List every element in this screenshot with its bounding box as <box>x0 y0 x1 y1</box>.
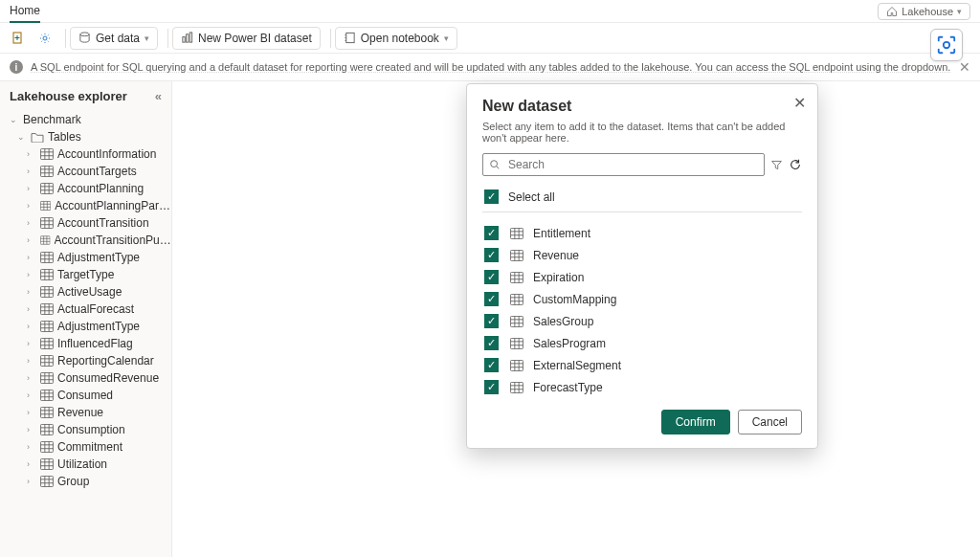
caret-icon: › <box>27 322 36 331</box>
item-label: Entitlement <box>533 227 590 240</box>
dataset-item[interactable]: Revenue <box>482 244 802 266</box>
item-checkbox[interactable] <box>484 380 499 394</box>
item-checkbox[interactable] <box>484 358 499 372</box>
tree-table-item[interactable]: ›TargetType <box>0 266 171 283</box>
refresh-button[interactable] <box>789 158 802 171</box>
dataset-item[interactable]: Expiration <box>482 266 802 288</box>
caret-icon: › <box>27 339 36 348</box>
tree-table-item[interactable]: ›ReportingCalendar <box>0 352 171 369</box>
item-label: SalesGroup <box>533 315 593 328</box>
item-checkbox[interactable] <box>484 226 499 240</box>
caret-icon: › <box>27 408 36 417</box>
modal-close-button[interactable]: ✕ <box>793 94 806 112</box>
svg-point-20 <box>491 161 498 167</box>
table-icon <box>40 458 54 470</box>
dataset-item[interactable]: ForecastType <box>482 376 802 396</box>
select-all-checkbox[interactable] <box>484 189 499 204</box>
tab-home[interactable]: Home <box>10 0 40 23</box>
tree-table-item[interactable]: ›ActiveUsage <box>0 283 171 301</box>
item-label: CustomMapping <box>533 293 616 306</box>
select-all-label: Select all <box>508 190 555 204</box>
table-icon <box>40 148 54 160</box>
table-icon <box>40 269 54 280</box>
info-close-button[interactable]: ✕ <box>959 59 970 75</box>
table-icon <box>40 338 54 349</box>
tree-table-item[interactable]: ›Utilization <box>0 456 171 473</box>
table-icon <box>40 321 54 332</box>
chevron-down-icon: ▾ <box>444 33 449 43</box>
tree-table-item[interactable]: ›Consumption <box>0 421 171 438</box>
dataset-item[interactable]: CustomMapping <box>482 288 802 310</box>
tree-table-item[interactable]: ›Group <box>0 473 171 490</box>
open-notebook-button[interactable]: Open notebook ▾ <box>335 27 457 50</box>
caret-icon: › <box>27 287 36 297</box>
dataset-item[interactable]: SalesGroup <box>482 310 802 332</box>
tree-table-item[interactable]: ›AccountTransition <box>0 214 171 232</box>
tree-table-item[interactable]: ›InfluencedFlag <box>0 335 171 352</box>
dataset-item-list: EntitlementRevenueExpirationCustomMappin… <box>482 214 802 396</box>
confirm-button[interactable]: Confirm <box>661 410 730 434</box>
notebook-icon <box>344 32 356 44</box>
table-icon <box>40 407 54 418</box>
smart-capture-button[interactable] <box>930 29 963 61</box>
item-checkbox[interactable] <box>484 336 499 350</box>
modal-search-box[interactable] <box>482 153 765 176</box>
dataset-item[interactable]: Entitlement <box>482 222 802 244</box>
settings-small-button[interactable] <box>34 28 56 49</box>
tree-table-item[interactable]: ›Commitment <box>0 438 171 456</box>
modal-title: New dataset <box>482 98 802 115</box>
caret-icon: › <box>27 270 36 279</box>
item-checkbox[interactable] <box>484 248 499 262</box>
dataset-item[interactable]: ExternalSegment <box>482 354 802 376</box>
tree-table-item[interactable]: ›AdjustmentType <box>0 318 171 335</box>
table-icon <box>510 338 523 349</box>
tree-table-item[interactable]: ›AccountTargets <box>0 163 171 180</box>
sidebar-collapse-button[interactable]: « <box>155 89 162 103</box>
tree-table-item[interactable]: ›AdjustmentType <box>0 249 171 266</box>
tree-table-item[interactable]: ›AccountPlanning <box>0 180 171 197</box>
item-checkbox[interactable] <box>484 270 499 284</box>
info-text: A SQL endpoint for SQL querying and a de… <box>31 61 950 73</box>
table-icon <box>40 252 54 263</box>
item-checkbox[interactable] <box>484 314 499 328</box>
svg-rect-11 <box>189 33 191 42</box>
chevron-down-icon: ▾ <box>145 33 149 43</box>
get-data-button[interactable]: Get data ▾ <box>70 27 158 50</box>
tree-table-item[interactable]: ›AccountInformation <box>0 145 171 163</box>
tree-table-item[interactable]: ›Consumed <box>0 387 171 404</box>
caret-icon: ⌄ <box>10 115 19 124</box>
tree-table-item[interactable]: ›AccountPlanningParticipants <box>0 197 171 214</box>
item-checkbox[interactable] <box>484 292 499 306</box>
svg-line-21 <box>497 167 500 169</box>
table-icon <box>40 183 54 194</box>
tree-tables-folder[interactable]: ⌄Tables <box>0 128 171 145</box>
item-label: SalesProgram <box>533 337 606 350</box>
tree-table-item[interactable]: ›ConsumedRevenue <box>0 369 171 387</box>
table-icon <box>510 228 523 239</box>
dataset-icon <box>181 32 193 44</box>
lakehouse-selector[interactable]: Lakehouse ▾ <box>878 3 970 20</box>
tree-table-item[interactable]: ›ActualForecast <box>0 301 171 318</box>
cancel-button[interactable]: Cancel <box>738 410 802 434</box>
tab-bar: Home Lakehouse ▾ <box>0 0 980 23</box>
new-file-button[interactable] <box>8 28 29 49</box>
table-icon <box>40 217 54 229</box>
tree-root-benchmark[interactable]: ⌄Benchmark <box>0 111 171 128</box>
caret-icon: › <box>27 235 36 245</box>
folder-icon <box>31 131 44 143</box>
tree-table-item[interactable]: ›AccountTransitionPulseSurvey <box>0 232 171 249</box>
tree-table-item[interactable]: ›Revenue <box>0 404 171 421</box>
modal-subtitle: Select any item to add it to the dataset… <box>482 121 802 144</box>
toolbar: Get data ▾ New Power BI dataset Open not… <box>0 23 980 54</box>
filter-button[interactable] <box>770 159 783 171</box>
new-powerbi-dataset-button[interactable]: New Power BI dataset <box>172 27 321 50</box>
modal-search-input[interactable] <box>506 157 758 172</box>
table-icon <box>40 200 51 212</box>
caret-icon: › <box>27 425 36 434</box>
svg-rect-9 <box>183 37 185 43</box>
sidebar: Lakehouse explorer « ⌄Benchmark⌄Tables›A… <box>0 81 172 557</box>
table-icon <box>510 294 523 305</box>
table-icon <box>40 476 54 487</box>
dataset-item[interactable]: SalesProgram <box>482 332 802 354</box>
table-icon <box>40 355 54 367</box>
